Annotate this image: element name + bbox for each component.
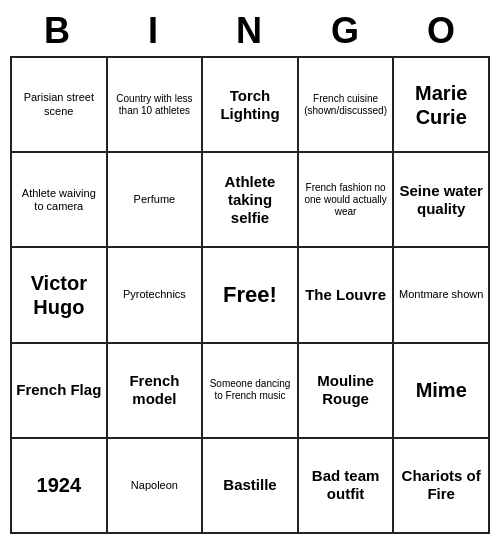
bingo-cell-23[interactable]: Bad team outfit: [299, 439, 395, 534]
bingo-cell-11[interactable]: Pyrotechnics: [108, 248, 204, 343]
cell-text-12: Free!: [223, 282, 277, 308]
bingo-cell-0[interactable]: Parisian street scene: [12, 58, 108, 153]
cell-text-20: 1924: [37, 473, 82, 497]
cell-text-11: Pyrotechnics: [123, 288, 186, 301]
bingo-cell-4[interactable]: Marie Curie: [394, 58, 490, 153]
bingo-grid: Parisian street sceneCountry with less t…: [10, 56, 490, 534]
bingo-cell-6[interactable]: Perfume: [108, 153, 204, 248]
cell-text-21: Napoleon: [131, 479, 178, 492]
bingo-cell-19[interactable]: Mime: [394, 344, 490, 439]
cell-text-18: Mouline Rouge: [303, 372, 389, 408]
cell-text-22: Bastille: [223, 476, 276, 494]
bingo-cell-9[interactable]: Seine water quality: [394, 153, 490, 248]
bingo-cell-13[interactable]: The Louvre: [299, 248, 395, 343]
cell-text-4: Marie Curie: [398, 81, 484, 129]
letter-i: I: [106, 10, 202, 52]
bingo-cell-15[interactable]: French Flag: [12, 344, 108, 439]
bingo-cell-17[interactable]: Someone dancing to French music: [203, 344, 299, 439]
bingo-cell-16[interactable]: French model: [108, 344, 204, 439]
letter-n: N: [202, 10, 298, 52]
cell-text-24: Chariots of Fire: [398, 467, 484, 503]
cell-text-10: Victor Hugo: [16, 271, 102, 319]
bingo-cell-1[interactable]: Country with less than 10 athletes: [108, 58, 204, 153]
letter-o: O: [394, 10, 490, 52]
cell-text-14: Montmare shown: [399, 288, 483, 301]
bingo-cell-21[interactable]: Napoleon: [108, 439, 204, 534]
cell-text-8: French fashion no one would actually wea…: [303, 182, 389, 218]
bingo-cell-24[interactable]: Chariots of Fire: [394, 439, 490, 534]
bingo-cell-2[interactable]: Torch Lighting: [203, 58, 299, 153]
cell-text-15: French Flag: [16, 381, 101, 399]
bingo-cell-3[interactable]: French cuisine (shown/discussed): [299, 58, 395, 153]
bingo-title: B I N G O: [10, 10, 490, 52]
bingo-cell-7[interactable]: Athlete taking selfie: [203, 153, 299, 248]
cell-text-0: Parisian street scene: [16, 91, 102, 117]
cell-text-16: French model: [112, 372, 198, 408]
bingo-cell-22[interactable]: Bastille: [203, 439, 299, 534]
cell-text-9: Seine water quality: [398, 182, 484, 218]
bingo-cell-14[interactable]: Montmare shown: [394, 248, 490, 343]
bingo-cell-5[interactable]: Athlete waiving to camera: [12, 153, 108, 248]
cell-text-3: French cuisine (shown/discussed): [303, 93, 389, 117]
bingo-cell-18[interactable]: Mouline Rouge: [299, 344, 395, 439]
bingo-cell-10[interactable]: Victor Hugo: [12, 248, 108, 343]
bingo-cell-20[interactable]: 1924: [12, 439, 108, 534]
bingo-cell-12[interactable]: Free!: [203, 248, 299, 343]
cell-text-6: Perfume: [134, 193, 176, 206]
bingo-cell-8[interactable]: French fashion no one would actually wea…: [299, 153, 395, 248]
cell-text-1: Country with less than 10 athletes: [112, 93, 198, 117]
letter-g: G: [298, 10, 394, 52]
cell-text-5: Athlete waiving to camera: [16, 187, 102, 213]
cell-text-19: Mime: [416, 378, 467, 402]
cell-text-2: Torch Lighting: [207, 87, 293, 123]
letter-b: B: [10, 10, 106, 52]
cell-text-7: Athlete taking selfie: [207, 173, 293, 227]
cell-text-13: The Louvre: [305, 286, 386, 304]
cell-text-17: Someone dancing to French music: [207, 378, 293, 402]
cell-text-23: Bad team outfit: [303, 467, 389, 503]
